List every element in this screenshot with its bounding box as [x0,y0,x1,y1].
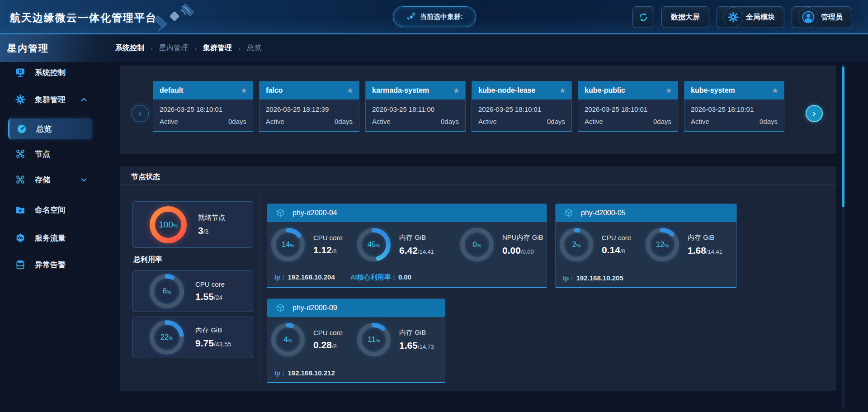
gear-icon [727,11,739,23]
cluster-card[interactable]: default ★ 2026-03-25 18:10:01 Active 0da… [153,81,253,132]
sidebar-item-overview[interactable]: 总览 [8,118,92,139]
refresh-icon [638,12,649,23]
star-icon[interactable]: ★ [665,86,672,95]
node-npu-memory-gauge: 0% [460,227,494,262]
sidebar-item-alerts[interactable]: 异常告警 [8,254,92,275]
gauge-capacity: /14.73 [418,343,434,350]
data-screen-button[interactable]: 数据大屏 [661,6,709,28]
cluster-card[interactable]: kube-public ★ 2026-03-25 18:10:01 Active… [578,81,678,132]
topbar-actions: 数据大屏 全局模块 管理员 [632,6,852,28]
node-card: phy-d2000-04 14% CPU core 1.12/8 45% 内存 … [267,204,547,288]
node-gauges: 14% CPU core 1.12/8 45% 内存 GiB 6.42/14.4… [267,222,547,262]
global-module-label: 全局模块 [746,13,775,22]
scrollbar-track [842,63,844,409]
breadcrumb-item-overview[interactable]: 总览 [247,43,261,53]
breadcrumb-separator: › [238,44,241,52]
gauge-label: 内存 GiB [688,233,722,242]
total-cpu-label: CPU core [195,280,225,288]
cluster-age: 0days [441,118,459,125]
ready-nodes-capacity: /3 [203,228,209,235]
breadcrumb-item-satellite-management[interactable]: 星内管理 [159,43,188,53]
folder-star-icon [15,204,26,215]
chevron-up-icon[interactable] [81,95,87,104]
sidebar-item-system-control[interactable]: 系统控制 [8,62,92,83]
cluster-status: Active [266,118,284,125]
cluster-name: falco [266,86,283,95]
sidebar-item-cluster-management[interactable]: 集群管理 [8,89,92,110]
gauge-used: 1.12 [313,245,332,255]
node-status-panel: 节点状态 100% 就绪节点 3/3 总利用率 6% CPU core 1.55… [120,166,836,391]
sidebar-item-nodes[interactable]: 节点 [8,143,92,164]
global-module-button[interactable]: 全局模块 [717,6,784,28]
cluster-card[interactable]: karmada-system ★ 2026-03-25 18:11:00 Act… [365,81,466,132]
cluster-created-time: 2026-03-25 18:10:01 [578,99,678,113]
ready-nodes-count: 3 [198,225,203,236]
node-cpu-gauge: 4% [271,322,305,357]
node-ip-value: 192.168.10.204 [288,273,335,281]
breadcrumb-item-cluster-management[interactable]: 集群管理 [203,43,232,53]
sidebar-item-label: 节点 [35,149,50,159]
node-card-header: phy-d2000-05 [556,204,736,222]
cube-icon [564,208,574,218]
node-name: phy-d2000-05 [581,209,626,217]
star-icon[interactable]: ★ [559,86,566,95]
cluster-name: kube-system [691,86,735,95]
database-icon [15,259,26,270]
node-ai-utilization-value: 0.00 [398,273,411,281]
cube-icon [275,208,285,218]
cluster-created-time: 2026-03-25 18:12:39 [259,99,359,113]
node-ip-label: Ip : [274,369,285,377]
gauge-label: NPU内存 GiB [502,233,543,242]
cluster-card[interactable]: falco ★ 2026-03-25 18:12:39 Active 0days [259,81,359,132]
star-icon[interactable]: ★ [347,86,354,95]
gauge-label: CPU core [313,234,343,242]
gauge-capacity: /8 [332,248,337,255]
cluster-status: Active [585,118,603,125]
gauge-capacity: /0.00 [521,248,534,255]
scrollbar-thumb[interactable] [842,66,844,207]
node-card: phy-d2000-05 2% CPU core 0.14/8 12% 内存 G… [555,204,737,288]
star-icon[interactable]: ★ [772,86,778,95]
cluster-created-time: 2026-03-25 18:11:00 [366,99,465,113]
gauge-label: CPU core [602,234,631,242]
cluster-created-time: 2026-03-25 18:10:01 [472,99,571,113]
node-ip-label: Ip : [563,274,573,282]
refresh-button[interactable] [632,6,654,28]
total-utilization-label: 总利用率 [133,255,162,265]
total-memory-gauge: 22% [149,320,184,355]
vertical-divider [260,192,260,382]
node-ip-label: Ip : [274,273,285,281]
gear-icon [15,94,26,105]
admin-button[interactable]: 管理员 [792,6,852,28]
sidebar-item-service-traffic[interactable]: 服务流量 [8,227,92,248]
star-icon[interactable]: ★ [241,86,247,95]
node-name: phy-d2000-09 [292,304,337,312]
node-ip-value: 192.168.10.205 [576,274,623,282]
cluster-carousel-panel: ‹ default ★ 2026-03-25 18:10:01 Active 0… [120,66,836,154]
sidebar-item-label: 存储 [35,175,50,185]
cluster-card[interactable]: kube-system ★ 2026-03-25 18:10:01 Active… [684,81,784,132]
cluster-name: default [160,86,183,95]
total-memory-label: 内存 GiB [195,326,231,335]
nodes-icon [15,174,26,185]
cluster-age: 0days [228,118,246,125]
sidebar-item-label: 异常告警 [35,260,66,270]
node-footer: Ip :192.168.10.212 [274,369,335,377]
node-cpu-gauge: 14% [271,227,305,262]
cluster-name: kube-node-lease [478,86,535,95]
total-memory-used: 9.75 [195,338,214,348]
panel-title: 节点状态 [131,172,160,182]
star-icon[interactable]: ★ [453,86,460,95]
carousel-next-button[interactable]: › [806,105,823,122]
top-bar: 航天边缘微云一体化管理平台 当前选中集群: [0,0,868,34]
node-name: phy-d2000-04 [292,209,337,217]
cluster-name: karmada-system [372,86,429,95]
carousel-prev-button[interactable]: ‹ [132,105,149,122]
current-cluster-selector[interactable]: 当前选中集群: [393,6,476,27]
cluster-card[interactable]: kube-node-lease ★ 2026-03-25 18:10:01 Ac… [472,81,572,132]
chevron-down-icon[interactable] [81,175,87,184]
avatar-icon [802,10,815,24]
sidebar-item-storage[interactable]: 存储 [8,169,92,190]
section-title: 星内管理 [0,34,108,62]
sidebar-item-namespace[interactable]: 命名空间 [8,199,92,220]
